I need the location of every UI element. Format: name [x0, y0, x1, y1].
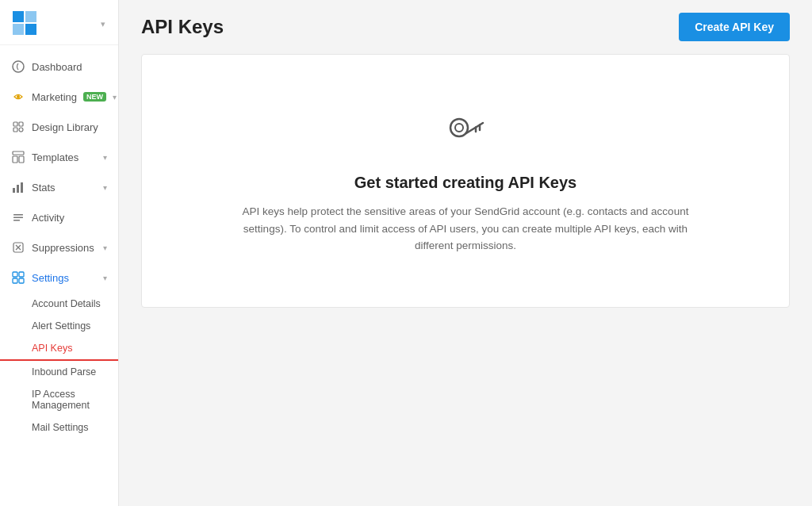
- sidebar-item-activity[interactable]: Activity: [0, 202, 118, 232]
- marketing-icon: [11, 90, 25, 104]
- svg-rect-0: [13, 11, 24, 22]
- sidebar-item-marketing[interactable]: Marketing NEW ▾: [0, 82, 118, 112]
- empty-state-heading: Get started creating API Keys: [354, 174, 576, 192]
- dashboard-icon: [11, 59, 25, 74]
- svg-rect-11: [13, 156, 17, 163]
- svg-rect-2: [13, 24, 24, 35]
- svg-rect-10: [13, 151, 24, 155]
- app-logo: [13, 11, 38, 36]
- activity-icon: [11, 210, 25, 224]
- sidebar-item-label-templates: Templates: [32, 151, 97, 163]
- svg-point-5: [17, 95, 20, 98]
- suppressions-icon: [11, 240, 25, 255]
- svg-rect-13: [13, 188, 15, 193]
- sidebar-item-stats[interactable]: Stats ▾: [0, 172, 118, 202]
- svg-point-4: [13, 61, 24, 72]
- sidebar-item-dashboard[interactable]: Dashboard: [0, 52, 118, 82]
- settings-chevron-icon: ▾: [103, 274, 107, 282]
- sidebar-item-label-settings: Settings: [32, 272, 97, 284]
- sidebar-item-label-suppressions: Suppressions: [32, 242, 97, 254]
- suppressions-chevron-icon: ▾: [103, 243, 107, 252]
- key-icon: [442, 107, 489, 155]
- sidebar-item-label-dashboard: Dashboard: [32, 61, 107, 73]
- sidebar-item-label-marketing: Marketing: [32, 91, 77, 103]
- sidebar-nav: Dashboard Marketing NEW ▾: [0, 45, 118, 506]
- svg-rect-12: [19, 156, 24, 163]
- empty-state-card: Get started creating API Keys API keys h…: [141, 54, 790, 308]
- settings-subitems: Account Details Alert Settings API Keys …: [0, 293, 118, 442]
- svg-rect-20: [13, 272, 17, 277]
- sidebar-item-design-library[interactable]: Design Library: [0, 112, 118, 142]
- templates-chevron-icon: ▾: [103, 153, 107, 162]
- svg-rect-23: [19, 278, 24, 283]
- sidebar-item-settings[interactable]: Settings ▾: [0, 263, 118, 293]
- sub-item-ip-access-management[interactable]: IP Access Management: [0, 383, 118, 416]
- sub-item-alert-settings[interactable]: Alert Settings: [0, 315, 118, 337]
- marketing-new-badge: NEW: [83, 92, 106, 102]
- sidebar-item-templates[interactable]: Templates ▾: [0, 142, 118, 172]
- svg-point-24: [450, 119, 468, 136]
- svg-rect-18: [13, 220, 20, 221]
- sidebar-item-suppressions[interactable]: Suppressions ▾: [0, 232, 118, 263]
- sub-item-account-details[interactable]: Account Details: [0, 293, 118, 315]
- stats-chevron-icon: ▾: [103, 183, 107, 192]
- page-title: API Keys: [141, 16, 224, 38]
- content-area: Get started creating API Keys API keys h…: [119, 54, 812, 506]
- svg-rect-17: [13, 217, 23, 219]
- sidebar-item-label-activity: Activity: [32, 212, 107, 224]
- svg-rect-15: [21, 182, 23, 193]
- svg-rect-8: [13, 128, 17, 132]
- sidebar: ▾ Dashboard Marketing NEW ▾: [0, 0, 119, 506]
- main-content: API Keys Create API Key Get started crea…: [119, 0, 812, 506]
- svg-point-25: [455, 124, 463, 132]
- svg-rect-1: [25, 11, 36, 22]
- sub-item-inbound-parse[interactable]: Inbound Parse: [0, 361, 118, 383]
- design-library-icon: [11, 120, 25, 134]
- svg-rect-7: [19, 122, 23, 126]
- sub-item-mail-settings[interactable]: Mail Settings: [0, 416, 118, 439]
- sidebar-item-label-stats: Stats: [32, 182, 97, 194]
- create-api-key-button[interactable]: Create API Key: [679, 13, 790, 41]
- logo-chevron-icon: ▾: [101, 19, 105, 29]
- svg-rect-14: [17, 185, 19, 193]
- svg-point-9: [19, 128, 23, 132]
- stats-icon: [11, 180, 25, 194]
- sub-item-api-keys[interactable]: API Keys: [0, 337, 118, 361]
- settings-icon: [11, 270, 25, 285]
- svg-rect-22: [13, 278, 17, 283]
- svg-rect-16: [13, 214, 23, 216]
- marketing-chevron-icon: ▾: [113, 93, 117, 102]
- key-icon-wrap: [442, 107, 489, 158]
- logo-area: ▾: [0, 0, 118, 45]
- svg-rect-6: [13, 122, 17, 126]
- sidebar-item-label-design-library: Design Library: [32, 121, 107, 133]
- svg-rect-21: [19, 272, 24, 277]
- empty-state-body: API keys help protect the sensitive area…: [228, 203, 703, 255]
- templates-icon: [11, 150, 25, 164]
- page-header: API Keys Create API Key: [119, 0, 812, 54]
- svg-rect-3: [25, 24, 36, 35]
